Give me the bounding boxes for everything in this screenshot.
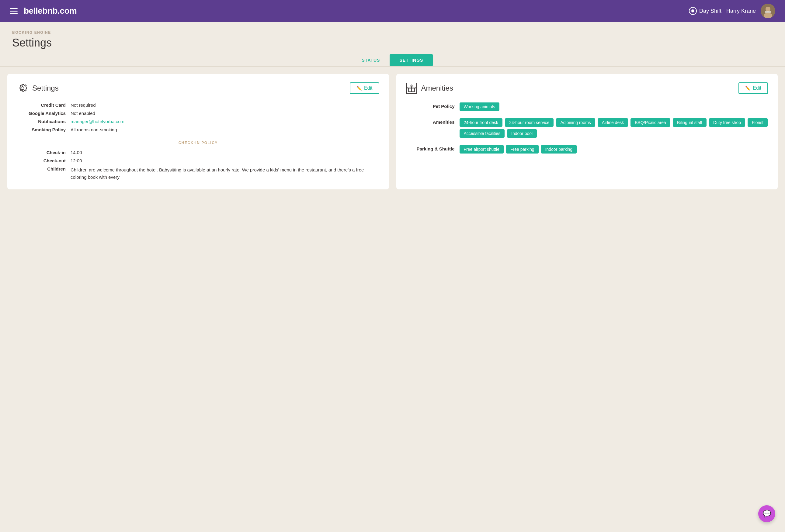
- tag-accessible-facilities: Accessible facilities: [460, 129, 505, 138]
- amenities-card: Amenities ✏️ Edit Pet Policy Working ani…: [396, 74, 778, 189]
- settings-card: Settings ✏️ Edit Credit Card Not require…: [7, 74, 389, 189]
- settings-edit-label: Edit: [364, 85, 373, 91]
- tag-working-animals: Working animals: [460, 102, 499, 111]
- notifications-label: Notifications: [17, 119, 66, 124]
- chat-button[interactable]: 💬: [758, 505, 775, 522]
- tab-status[interactable]: STATUS: [352, 54, 390, 66]
- amenities-title-group: Amenities: [406, 83, 453, 94]
- tag-bilingual-staff: Bilingual staff: [673, 118, 707, 127]
- tag-24hr-front-desk: 24-hour front desk: [460, 118, 503, 127]
- avatar[interactable]: [761, 4, 775, 18]
- settings-card-title: Settings: [32, 84, 59, 92]
- day-shift-label: Day Shift: [699, 8, 721, 14]
- tag-free-airport-shuttle: Free airport shuttle: [460, 145, 504, 154]
- logo: bellebnb.com: [24, 6, 77, 16]
- checkout-label: Check-out: [17, 158, 66, 163]
- header-right: Day Shift Harry Krane: [689, 4, 775, 18]
- credit-card-label: Credit Card: [17, 102, 66, 108]
- tab-settings[interactable]: SETTINGS: [389, 54, 433, 66]
- svg-rect-3: [765, 11, 771, 13]
- google-analytics-value: Not enabled: [71, 111, 379, 116]
- notifications-value[interactable]: manager@hotelyorba.com: [71, 119, 379, 124]
- children-label: Children: [17, 166, 66, 181]
- header: bellebnb.com Day Shift Harry Krane: [0, 0, 785, 22]
- settings-fields: Credit Card Not required Google Analytic…: [17, 102, 379, 132]
- sun-icon: [689, 7, 697, 15]
- checkin-label: Check-in: [17, 150, 66, 155]
- pet-policy-label: Pet Policy: [406, 102, 455, 109]
- tag-bbq-picnic: BBQ/Picnic area: [631, 118, 670, 127]
- settings-card-header: Settings ✏️ Edit: [17, 82, 379, 94]
- checkin-section-label: CHECK-IN POLICY: [17, 141, 379, 145]
- amenities-pencil-icon: ✏️: [745, 86, 750, 90]
- amenities-edit-label: Edit: [753, 85, 761, 91]
- smoking-policy-value: All rooms non-smoking: [71, 127, 379, 132]
- tag-duty-free-shop: Duty free shop: [709, 118, 745, 127]
- avatar-image: [761, 4, 775, 18]
- svg-point-1: [765, 7, 770, 11]
- pencil-icon: ✏️: [356, 86, 362, 90]
- tag-indoor-pool: Indoor pool: [507, 129, 537, 138]
- amenities-card-header: Amenities ✏️ Edit: [406, 82, 768, 94]
- amenities-sections: Pet Policy Working animals Amenities 24-…: [406, 102, 768, 154]
- tag-24hr-room-service: 24-hour room service: [505, 118, 554, 127]
- google-analytics-label: Google Analytics: [17, 111, 66, 116]
- children-value: Children are welcome throughout the hote…: [71, 166, 379, 181]
- settings-title-group: Settings: [17, 83, 59, 94]
- gift-icon: [406, 83, 417, 94]
- header-left: bellebnb.com: [10, 6, 77, 16]
- parking-shuttle-tags: Free airport shuttle Free parking Indoor…: [460, 145, 768, 154]
- amenities-card-title: Amenities: [421, 84, 453, 92]
- user-name: Harry Krane: [726, 8, 756, 14]
- tag-indoor-parking: Indoor parking: [541, 145, 577, 154]
- day-shift[interactable]: Day Shift: [689, 7, 721, 15]
- amenities-label: Amenities: [406, 118, 455, 125]
- chat-icon: 💬: [763, 510, 771, 518]
- tag-adjoining-rooms: Adjoining rooms: [556, 118, 595, 127]
- hamburger-menu[interactable]: [10, 8, 18, 14]
- checkin-fields: Check-in 14:00 Check-out 12:00 Children …: [17, 150, 379, 181]
- gear-icon: [17, 83, 28, 94]
- tag-free-parking: Free parking: [506, 145, 539, 154]
- main-content: Settings ✏️ Edit Credit Card Not require…: [0, 74, 785, 197]
- amenities-edit-button[interactable]: ✏️ Edit: [738, 82, 768, 94]
- parking-shuttle-label: Parking & Shuttle: [406, 145, 455, 151]
- tag-florist: Florist: [748, 118, 768, 127]
- pet-policy-tags: Working animals: [460, 102, 768, 111]
- tag-airline-desk: Airline desk: [598, 118, 628, 127]
- amenities-tags: 24-hour front desk 24-hour room service …: [460, 118, 768, 138]
- smoking-policy-label: Smoking Policy: [17, 127, 66, 132]
- settings-edit-button[interactable]: ✏️ Edit: [350, 82, 379, 94]
- credit-card-value: Not required: [71, 102, 379, 108]
- page-header: Booking Engine Settings: [0, 22, 785, 54]
- page-title: Settings: [12, 36, 773, 49]
- tabs-bar: STATUS SETTINGS: [0, 54, 785, 66]
- checkin-value: 14:00: [71, 150, 379, 155]
- breadcrumb: Booking Engine: [12, 30, 773, 35]
- checkout-value: 12:00: [71, 158, 379, 163]
